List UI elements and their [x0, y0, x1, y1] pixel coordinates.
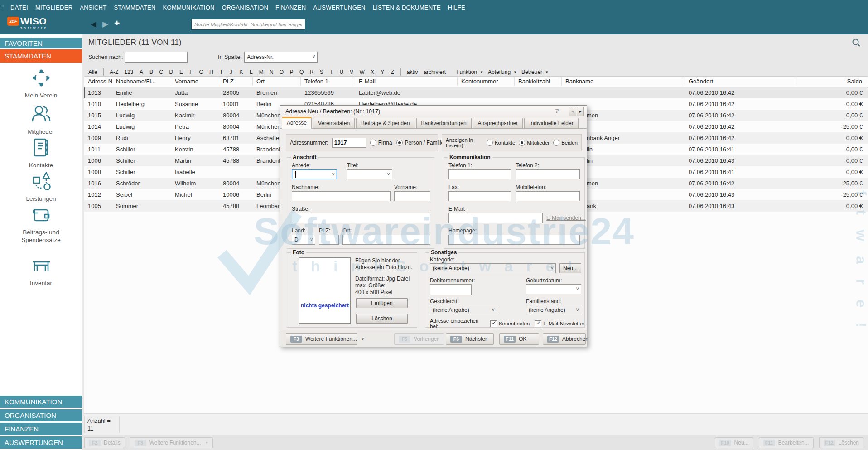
naechster-button[interactable]: F6Nächster [446, 333, 494, 345]
address-number-input[interactable] [332, 138, 366, 148]
sidebar-item-inventar[interactable]: Inventar [0, 255, 82, 287]
col-header[interactable]: Vorname [171, 77, 219, 86]
list-search-input[interactable] [125, 52, 188, 63]
menu-item[interactable]: FINANZEN [272, 4, 309, 11]
familienstand-select[interactable]: (keine Angabe) ˅ [526, 305, 581, 315]
homepage-input[interactable] [448, 235, 580, 245]
alpha-letter[interactable]: C [159, 69, 163, 75]
help-icon[interactable]: ? [555, 107, 559, 114]
anrede-select[interactable]: ˅ [292, 169, 337, 179]
alpha-letter[interactable]: Z [391, 69, 395, 75]
email-input[interactable] [448, 213, 543, 223]
alpha-letter[interactable]: N [270, 69, 274, 75]
dropdown-filter[interactable]: Abteilung [488, 69, 517, 75]
col-header[interactable]: Bankleitzahl [515, 77, 562, 86]
kategorie-neu-button[interactable]: Neu... [559, 263, 581, 273]
abbrechen-button[interactable]: F12Abbrechen [543, 333, 586, 345]
function-key-button[interactable]: F11 Bearbeiten... [759, 437, 814, 448]
alpha-letter[interactable]: O [280, 69, 284, 75]
back-arrow-icon[interactable]: ◀ [91, 19, 96, 29]
mobiltelefon-input[interactable] [516, 191, 580, 201]
radio-option[interactable]: Person / Familie [396, 140, 444, 146]
forward-arrow-icon[interactable]: ▶ [102, 19, 108, 29]
photo-insert-button[interactable]: Einfügen [356, 298, 408, 308]
strasse-input[interactable] [292, 213, 430, 223]
alpha-letter[interactable]: Q [299, 69, 304, 75]
alpha-letter[interactable]: T [329, 69, 333, 75]
telefon1-input[interactable] [448, 169, 511, 179]
col-header[interactable]: E-Mail [355, 77, 458, 86]
menu-item[interactable]: AUSWERTUNGEN [310, 4, 369, 11]
menu-item[interactable]: MITGLIEDER [32, 4, 76, 11]
telefon2-input[interactable] [516, 169, 580, 179]
radio-option[interactable]: Firma [370, 140, 392, 146]
dialog-tab[interactable]: Ansprechpartner [473, 118, 523, 128]
sidebar-item-mein-verein[interactable]: Mein Verein [0, 67, 82, 100]
geschlecht-select[interactable]: (keine Angabe) ˅ [430, 305, 497, 315]
plz-input[interactable] [319, 235, 339, 245]
dialog-tab[interactable]: Adresse [282, 117, 312, 129]
alpha-letter[interactable]: M [259, 69, 264, 75]
alpha-letter[interactable]: H [209, 69, 213, 75]
tab-scroll-right-icon[interactable]: ► [577, 107, 584, 116]
sidebar-item-kontakte[interactable]: Kontakte [0, 137, 82, 169]
weitere-funktionen-button[interactable]: F3Weitere Funktionen... [286, 333, 357, 345]
geburtsdatum-select[interactable]: ˅ [526, 284, 581, 294]
function-key-button[interactable]: F3 Weitere Funktionen... [130, 437, 213, 448]
global-search-input[interactable] [191, 19, 305, 30]
sidebar-section[interactable]: FINANZEN [0, 423, 82, 435]
sidebar-item-beitraege[interactable]: Beitrags- und Spendensätze [0, 204, 82, 244]
dropdown-filter[interactable]: Betreuer [521, 69, 549, 75]
dropdown-filter[interactable]: Funktion [456, 69, 483, 75]
checkbox-option[interactable]: E-Mail-Newsletter [535, 320, 584, 327]
col-header[interactable]: Nachname/Fi... [112, 77, 171, 86]
alpha-letter[interactable]: L [249, 69, 253, 75]
function-key-button[interactable]: F12 Löschen [819, 437, 863, 448]
alpha-letter[interactable]: J [229, 69, 233, 75]
alpha-letter[interactable]: Y [381, 69, 385, 75]
alpha-letter[interactable]: V [349, 69, 353, 75]
ok-button[interactable]: F11OK [499, 333, 539, 345]
tab-scroll-left-icon[interactable]: ◄ [569, 107, 576, 116]
col-header[interactable]: Bankname [562, 77, 685, 86]
function-key-button[interactable]: F2 Details [84, 437, 125, 448]
col-header[interactable]: Adress-Nr. [84, 77, 112, 86]
sidebar-section-stammdaten[interactable]: STAMMDATEN [0, 49, 82, 63]
sidebar-section-favoriten[interactable]: FAVORITEN [0, 38, 82, 48]
vorheriger-button[interactable]: F5Vorheriger [394, 333, 444, 345]
col-header[interactable]: Geändert [685, 77, 797, 86]
alpha-letter[interactable]: B [149, 69, 153, 75]
col-header[interactable]: Kontonummer [458, 77, 515, 86]
alpha-letter[interactable]: W [359, 69, 364, 75]
titel-select[interactable]: ˅ [347, 169, 392, 179]
email-send-link[interactable]: E-Mail senden... [546, 215, 586, 221]
land-select[interactable]: D ˅ [292, 235, 315, 245]
ort-input[interactable] [342, 235, 430, 245]
table-row[interactable]: 1013 Emilie Jutta 28005 Bremen 123655569… [84, 87, 868, 98]
nachname-input[interactable] [292, 191, 391, 201]
col-header[interactable]: PLZ [219, 77, 253, 86]
add-icon[interactable]: + [114, 18, 120, 29]
alpha-letter[interactable]: P [289, 69, 294, 75]
alpha-all[interactable]: Alle [88, 69, 97, 75]
kategorie-select[interactable]: (keine Angabe) ˅ [430, 263, 556, 273]
menu-item[interactable]: LISTEN & DOKUMENTE [369, 4, 444, 11]
alpha-letter[interactable]: D [169, 69, 173, 75]
alpha-letter[interactable]: S [319, 69, 323, 75]
alpha-az[interactable]: A-Z [110, 69, 118, 75]
radio-option[interactable]: Mitglieder [519, 140, 550, 146]
alpha-letter[interactable]: I [219, 69, 223, 75]
radio-option[interactable]: Kontakte [487, 140, 515, 146]
alpha-letter[interactable]: X [371, 69, 375, 75]
col-header[interactable]: Telefon 1 [301, 77, 355, 86]
menu-item[interactable]: STAMMDATEN [111, 4, 159, 11]
menu-item[interactable]: KOMMUNIKATION [159, 4, 218, 11]
col-header[interactable]: Saldo [797, 77, 868, 86]
alpha-letter[interactable]: G [199, 69, 203, 75]
alpha-letter[interactable]: K [239, 69, 243, 75]
menu-item[interactable]: ORGANISATION [218, 4, 272, 11]
filter-archiviert[interactable]: archiviert [424, 69, 446, 75]
alpha-letter[interactable]: R [309, 69, 313, 75]
sidebar-section[interactable]: AUSWERTUNGEN [0, 436, 82, 449]
col-header[interactable]: Ort [253, 77, 301, 86]
